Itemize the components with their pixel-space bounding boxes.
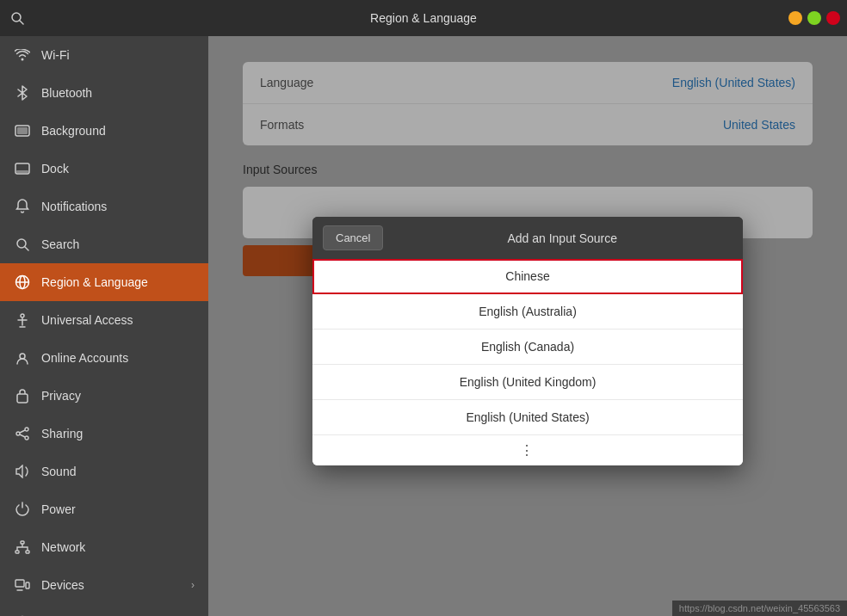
sidebar-label-region: Region & Language (41, 275, 148, 289)
modal-cancel-button[interactable]: Cancel (323, 225, 383, 250)
sidebar-label-wifi: Wi-Fi (41, 48, 70, 62)
sidebar-item-devices[interactable]: Devices › (0, 566, 208, 604)
background-icon (14, 122, 31, 139)
sidebar-item-network[interactable]: Network (0, 528, 208, 566)
sidebar-label-sharing: Sharing (41, 427, 83, 440)
window-controls (788, 11, 840, 25)
svg-rect-13 (17, 394, 28, 403)
main-layout: Wi-Fi Bluetooth Background (0, 36, 847, 616)
sidebar-item-bluetooth[interactable]: Bluetooth (0, 74, 208, 112)
sidebar-label-search: Search (41, 237, 79, 251)
svg-point-16 (25, 436, 28, 440)
sidebar: Wi-Fi Bluetooth Background (0, 36, 208, 616)
content-area: Language English (United States) Formats… (208, 36, 847, 616)
svg-point-15 (16, 432, 20, 435)
sidebar-item-search[interactable]: Search (0, 225, 208, 263)
sidebar-label-network: Network (41, 540, 85, 554)
modal-item-chinese[interactable]: Chinese (312, 259, 743, 294)
sidebar-item-online[interactable]: Online Accounts (0, 339, 208, 377)
privacy-icon (14, 387, 31, 404)
svg-rect-17 (21, 541, 24, 544)
svg-point-11 (21, 314, 24, 317)
modal-item-english-australia[interactable]: English (Australia) (312, 294, 743, 330)
svg-rect-18 (15, 551, 19, 553)
modal-header: Cancel Add an Input Source (312, 217, 743, 259)
sidebar-label-universal: Universal Access (41, 313, 133, 327)
modal-title: Add an Input Source (392, 231, 733, 245)
svg-rect-3 (17, 127, 28, 134)
sidebar-item-universal[interactable]: Universal Access (0, 301, 208, 339)
sidebar-item-dock[interactable]: Dock (0, 150, 208, 188)
modal-more-button[interactable]: ⋮ (312, 435, 743, 465)
sidebar-item-privacy[interactable]: Privacy (0, 377, 208, 415)
svg-rect-19 (26, 551, 29, 553)
wifi-icon (14, 46, 31, 64)
svg-point-12 (20, 354, 25, 359)
svg-rect-20 (15, 580, 24, 587)
universal-icon (14, 311, 31, 329)
sidebar-label-online: Online Accounts (41, 351, 128, 365)
svg-rect-21 (26, 582, 29, 588)
sidebar-item-background[interactable]: Background (0, 112, 208, 150)
sidebar-label-power: Power (41, 502, 76, 516)
sidebar-item-region[interactable]: Region & Language (0, 263, 208, 301)
modal-overlay: Cancel Add an Input Source Chinese Engli… (208, 36, 847, 616)
sidebar-label-sound: Sound (41, 465, 76, 478)
search-button[interactable] (10, 11, 24, 25)
svg-line-7 (25, 247, 28, 250)
sharing-icon (14, 425, 31, 442)
modal-item-english-canada[interactable]: English (Canada) (312, 330, 743, 365)
region-icon (14, 274, 31, 291)
sidebar-item-wifi[interactable]: Wi-Fi (0, 36, 208, 74)
maximize-button[interactable] (807, 11, 821, 25)
sound-icon (14, 463, 31, 480)
sidebar-label-notifications: Notifications (41, 200, 107, 213)
chevron-right-icon: › (191, 579, 195, 591)
power-icon (14, 501, 31, 518)
bluetooth-icon (14, 84, 31, 102)
window-title: Region & Language (370, 11, 477, 25)
online-icon (14, 349, 31, 367)
sidebar-item-sharing[interactable]: Sharing (0, 415, 208, 453)
title-bar: Region & Language (0, 0, 847, 36)
sidebar-item-details[interactable]: Details › (0, 604, 208, 616)
sidebar-item-power[interactable]: Power (0, 490, 208, 528)
add-input-source-modal: Cancel Add an Input Source Chinese Engli… (312, 217, 743, 465)
sidebar-label-background: Background (41, 124, 106, 138)
dock-icon (14, 160, 31, 177)
sidebar-item-notifications[interactable]: Notifications (0, 188, 208, 225)
modal-item-english-us[interactable]: English (United States) (312, 400, 743, 435)
minimize-button[interactable] (788, 11, 802, 25)
network-icon (14, 539, 31, 556)
sidebar-label-privacy: Privacy (41, 389, 81, 403)
sidebar-label-dock: Dock (41, 162, 69, 176)
sidebar-label-devices: Devices (41, 578, 84, 592)
modal-item-english-uk[interactable]: English (United Kingdom) (312, 365, 743, 400)
svg-rect-5 (16, 170, 28, 173)
close-button[interactable] (826, 11, 840, 25)
search-icon (14, 236, 31, 253)
svg-point-14 (25, 428, 28, 431)
devices-icon (14, 576, 31, 594)
sidebar-item-sound[interactable]: Sound (0, 453, 208, 490)
modal-body: Chinese English (Australia) English (Can… (312, 259, 743, 465)
bell-icon (14, 198, 31, 215)
sidebar-label-bluetooth: Bluetooth (41, 86, 92, 100)
svg-line-1 (20, 21, 23, 24)
